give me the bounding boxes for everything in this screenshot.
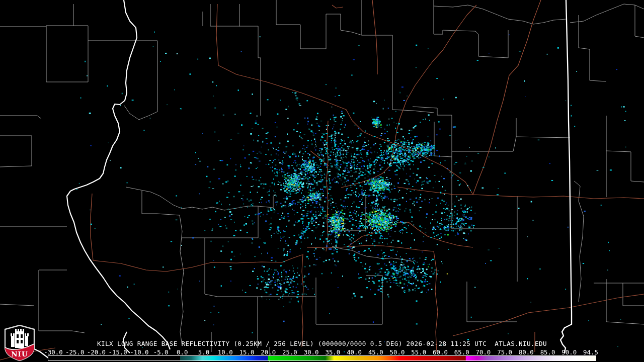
radar-viewer: NIU KILX LONG RANGE BASE REFLECTIVITY (0…: [0, 0, 644, 362]
radar-echo-layer: [0, 0, 644, 362]
